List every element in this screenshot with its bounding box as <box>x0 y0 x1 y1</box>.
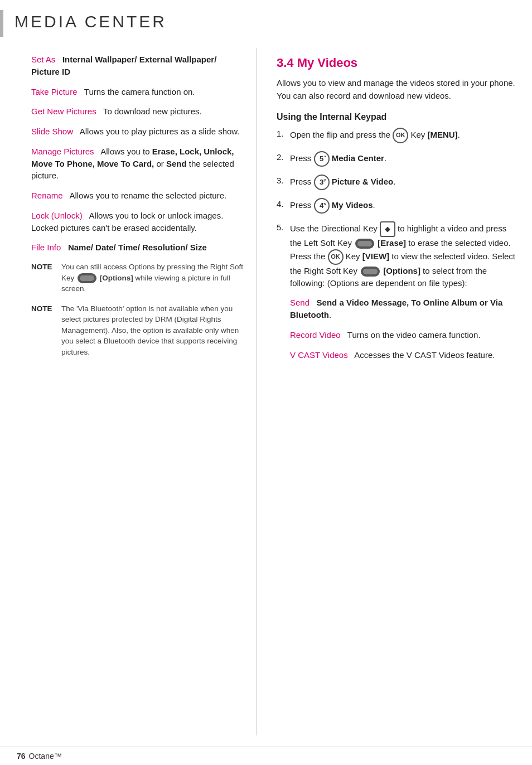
right-column: 3.4 My Videos Allows you to view and man… <box>257 48 532 735</box>
term-set-as: Set As Internal Wallpaper/ External Wall… <box>31 54 245 78</box>
step-3-num: 3. <box>277 175 290 187</box>
step-5-content: Use the Directional Key ◆ to highlight a… <box>290 221 515 289</box>
page-header: MEDIA CENTER <box>0 0 532 42</box>
term-desc-rename: Allows you to rename the selected pictur… <box>65 191 226 200</box>
term-label-vcast-videos: V CAST Videos <box>290 350 348 360</box>
key-4-icon: 4s <box>314 198 330 214</box>
page-title: MEDIA CENTER <box>14 10 167 37</box>
page-footer: 76 Octane™ <box>0 747 532 765</box>
soft-key-options-icon <box>78 273 96 283</box>
term-desc-send-bold: Send a Video Message, To Online Album or… <box>290 298 502 319</box>
footer-page-number: 76 <box>17 752 26 761</box>
note-1-label: NOTE <box>31 262 61 273</box>
step-5-num: 5. <box>277 221 290 234</box>
term-desc-set-as-bold: Internal Wallpaper/ External Wallpaper/ … <box>31 55 216 76</box>
step-4-content: Press 4s My Videos. <box>290 198 515 214</box>
step-4-num: 4. <box>277 198 290 210</box>
term-slide-show: Slide Show Allows you to play pictures a… <box>31 125 245 138</box>
term-label-slide-show: Slide Show <box>31 127 73 136</box>
ok-key-2-icon: OK <box>328 249 344 265</box>
term-send: Send Send a Video Message, To Online Alb… <box>290 297 515 321</box>
term-manage-pictures: Manage Pictures Allows you to Erase, Loc… <box>31 146 245 182</box>
term-label-take-picture: Take Picture <box>31 87 78 96</box>
step-3: 3. Press 3# Picture & Video. <box>277 175 515 190</box>
note-2-text: The 'Via Bluetooth' option is not availa… <box>61 303 245 358</box>
right-intro: Allows you to view and manage the videos… <box>277 77 515 102</box>
term-desc-record-video: Turns on the video camera function. <box>343 330 481 340</box>
footer-model-name: Octane™ <box>29 752 62 761</box>
term-desc-get-new-pictures: To download new pictures. <box>99 106 202 116</box>
step-1: 1. Open the flip and press the OK Key [M… <box>277 128 515 143</box>
term-desc-slide-show: Allows you to play pictures as a slide s… <box>75 127 239 136</box>
term-rename: Rename Allows you to rename the selected… <box>31 190 245 202</box>
term-label-file-info: File Info <box>31 243 61 252</box>
step-1-content: Open the flip and press the OK Key [MENU… <box>290 128 515 143</box>
note-2-label: NOTE <box>31 303 61 314</box>
term-record-video: Record Video Turns on the video camera f… <box>290 329 515 341</box>
term-lock-unlock: Lock (Unlock) Allows you to lock or unlo… <box>31 210 245 234</box>
right-soft-key-icon <box>361 267 380 277</box>
step-3-content: Press 3# Picture & Video. <box>290 175 515 190</box>
term-take-picture: Take Picture Turns the camera function o… <box>31 86 245 98</box>
term-label-get-new-pictures: Get New Pictures <box>31 106 96 116</box>
step-1-num: 1. <box>277 128 290 140</box>
left-column: Set As Internal Wallpaper/ External Wall… <box>0 48 257 735</box>
term-desc-file-info-bold: Name/ Date/ Time/ Resolution/ Size <box>68 243 207 252</box>
ok-key-icon: OK <box>393 128 408 143</box>
term-label-record-video: Record Video <box>290 330 341 340</box>
term-desc-vcast-videos: Accesses the V CAST Videos feature. <box>350 350 495 360</box>
term-file-info: File Info Name/ Date/ Time/ Resolution/ … <box>31 241 245 254</box>
term-label-send: Send <box>290 298 309 307</box>
step-5: 5. Use the Directional Key ◆ to highligh… <box>277 221 515 289</box>
term-desc-take-picture: Turns the camera function on. <box>80 87 195 96</box>
section-title: 3.4 My Videos <box>277 56 515 70</box>
steps-list: 1. Open the flip and press the OK Key [M… <box>277 128 515 289</box>
step-2-content: Press 5* Media Center. <box>290 151 515 167</box>
step-2-num: 2. <box>277 151 290 163</box>
header-bar <box>0 10 3 37</box>
step-4: 4. Press 4s My Videos. <box>277 198 515 214</box>
main-content: Set As Internal Wallpaper/ External Wall… <box>0 42 532 747</box>
term-label-set-as: Set As <box>31 55 55 64</box>
term-label-rename: Rename <box>31 191 63 200</box>
dir-key-icon: ◆ <box>380 221 395 237</box>
note-2: NOTE The 'Via Bluetooth' option is not a… <box>31 303 245 358</box>
term-label-manage-pictures: Manage Pictures <box>31 147 94 156</box>
key-5-icon: 5* <box>314 151 330 167</box>
term-vcast-videos: V CAST Videos Accesses the V CAST Videos… <box>290 349 515 361</box>
note-1-text: You can still access Options by pressing… <box>61 262 245 294</box>
term-label-lock-unlock: Lock (Unlock) <box>31 211 83 220</box>
sub-heading-keypad: Using the Internal Keypad <box>277 112 515 122</box>
note-1: NOTE You can still access Options by pre… <box>31 262 245 294</box>
term-get-new-pictures: Get New Pictures To download new picture… <box>31 105 245 118</box>
step-2: 2. Press 5* Media Center. <box>277 151 515 167</box>
left-soft-key-icon <box>355 239 374 249</box>
key-3-icon: 3# <box>314 175 330 190</box>
